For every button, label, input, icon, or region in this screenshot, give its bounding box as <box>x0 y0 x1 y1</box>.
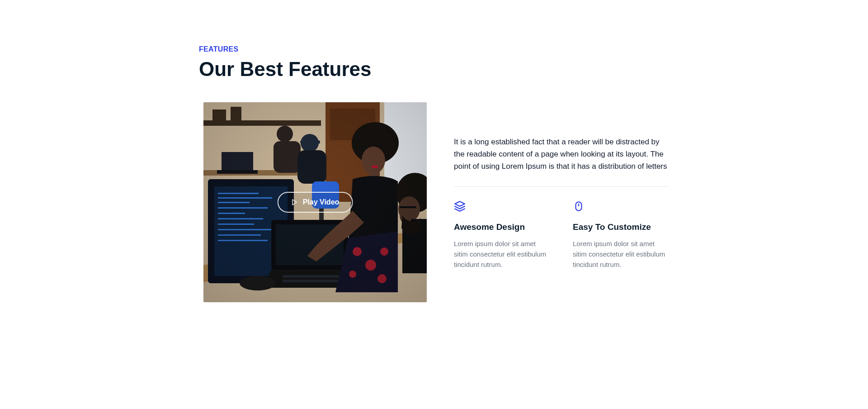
feature-card-body: Lorem ipsum dolor sit amet sitim consect… <box>454 238 550 270</box>
section-eyebrow: FEATURES <box>199 45 669 53</box>
mouse-icon <box>573 200 669 214</box>
feature-image: Play Video <box>203 102 427 302</box>
section-title: Our Best Features <box>199 58 669 81</box>
feature-card-title: Awesome Design <box>454 222 550 232</box>
section-lead: It is a long established fact that a rea… <box>454 136 669 173</box>
feature-card: Easy To Customize Lorem ipsum dolor sit … <box>573 200 669 270</box>
play-video-label: Play Video <box>303 198 340 206</box>
play-icon <box>291 199 298 206</box>
divider <box>454 186 669 187</box>
play-video-button[interactable]: Play Video <box>278 192 353 213</box>
feature-card: Awesome Design Lorem ipsum dolor sit ame… <box>454 200 550 270</box>
feature-card-title: Easy To Customize <box>573 222 669 232</box>
svg-marker-49 <box>292 200 297 205</box>
svg-marker-50 <box>455 201 465 206</box>
layers-icon <box>454 200 550 214</box>
feature-card-body: Lorem ipsum dolor sit amet sitim consect… <box>573 238 669 270</box>
